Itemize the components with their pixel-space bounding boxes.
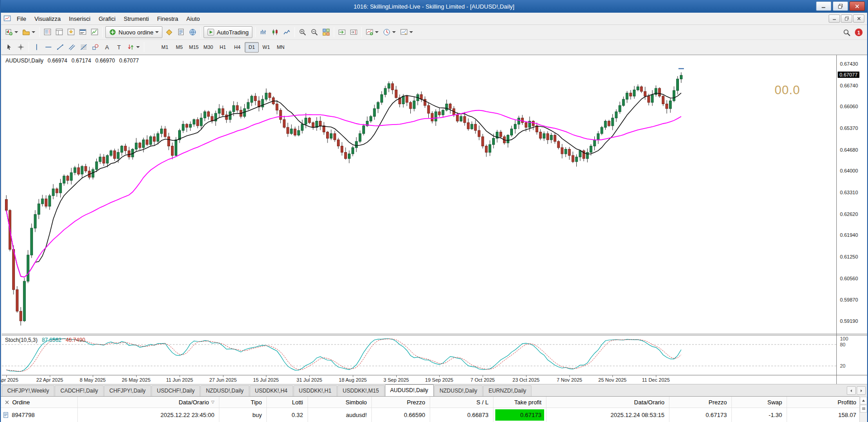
chart-minimize-button[interactable]	[829, 14, 840, 23]
timeframe-d1[interactable]: D1	[245, 42, 259, 53]
tab-usddkk-h1[interactable]: USDDKK!,H1	[294, 385, 337, 396]
data-window-button[interactable]	[53, 26, 65, 38]
hline-button[interactable]	[43, 41, 54, 53]
auto-scroll-button[interactable]	[336, 26, 348, 38]
menu-visualizza[interactable]: Visualizza	[30, 14, 65, 24]
price-scale[interactable]: 0.674300.667400.660600.653700.646800.640…	[836, 55, 867, 384]
menu-strumenti[interactable]: Strumenti	[120, 14, 153, 24]
timeframe-mn[interactable]: MN	[274, 42, 288, 53]
scroll-up-button[interactable]	[860, 397, 867, 404]
tab-nzdusd-daily[interactable]: NZDUSD!,Daily	[434, 385, 483, 396]
menu-aiuto[interactable]: Aiuto	[182, 14, 204, 24]
tile-windows-button[interactable]	[320, 26, 332, 38]
column-header-9[interactable]: Prezzo	[669, 397, 732, 408]
experts-button[interactable]	[175, 26, 187, 38]
label-button[interactable]: T	[113, 41, 125, 53]
community-button[interactable]	[187, 26, 199, 38]
menu-finestra[interactable]: Finestra	[153, 14, 182, 24]
column-header-7[interactable]: Take profit	[493, 397, 546, 408]
vline-button[interactable]	[31, 41, 43, 53]
fibonacci-button[interactable]	[78, 41, 90, 53]
dropdown-caret-icon[interactable]	[155, 31, 159, 35]
periods-button[interactable]	[381, 26, 398, 38]
arrows-button[interactable]	[125, 41, 142, 53]
indicators-button[interactable]	[364, 26, 381, 38]
column-header-1[interactable]: Data/Orario▽	[78, 397, 219, 408]
chart-candles-button[interactable]	[269, 26, 281, 38]
tab-eurnzd-daily[interactable]: EURNZD!,Daily	[483, 385, 531, 396]
navigator-button[interactable]	[65, 26, 77, 38]
tab-chfjpy-daily[interactable]: CHFJPY!,Daily	[104, 385, 151, 396]
scrollbar-grip[interactable]	[860, 405, 867, 412]
column-header-4[interactable]: Simbolo	[308, 397, 372, 408]
profiles-button[interactable]	[20, 26, 38, 38]
timeframe-m5[interactable]: M5	[172, 42, 186, 53]
zoom-out-button[interactable]	[308, 26, 320, 38]
market-watch-button[interactable]	[42, 26, 53, 38]
tab-usddkk-m15[interactable]: USDDKK!,M15	[337, 385, 384, 396]
minimize-button[interactable]	[816, 1, 831, 11]
new-order-button[interactable]: Nuovo ordine	[105, 26, 162, 38]
strategy-tester-button[interactable]	[89, 26, 100, 38]
menu-file[interactable]: File	[13, 14, 30, 24]
channel-button[interactable]	[66, 41, 78, 53]
column-header-0[interactable]: Ordine	[1, 397, 78, 408]
order-row[interactable]: 89477982025.12.22 23:45:00buy0.32audusd!…	[1, 408, 861, 422]
cursor-button[interactable]	[3, 41, 15, 53]
crosshair-button[interactable]	[15, 41, 27, 53]
dropdown-caret-icon[interactable]	[32, 31, 35, 35]
tab-usddkk-h4[interactable]: USDDKK!,H4	[250, 385, 293, 396]
tab-cadchf-daily[interactable]: CADCHF!,Daily	[55, 385, 103, 396]
new-chart-button[interactable]	[3, 26, 20, 38]
column-header-5[interactable]: Prezzo	[372, 397, 430, 408]
zoom-in-button[interactable]	[297, 26, 308, 38]
terminal-scrollbar[interactable]	[859, 396, 867, 422]
text-button[interactable]: A	[101, 41, 113, 53]
terminal-button[interactable]	[77, 26, 89, 38]
timeframe-h1[interactable]: H1	[216, 42, 230, 53]
dropdown-caret-icon[interactable]	[409, 31, 413, 35]
close-button[interactable]	[849, 1, 865, 11]
column-header-3[interactable]: Lotti	[267, 397, 308, 408]
tab-usdchf-daily[interactable]: USDCHF!,Daily	[152, 385, 200, 396]
tab-nzdusd-daily[interactable]: NZDUSD!,Daily	[200, 385, 249, 396]
chart-bars-button[interactable]	[257, 26, 269, 38]
dropdown-caret-icon[interactable]	[14, 31, 18, 35]
tab-audusd-daily[interactable]: AUDUSD!,Daily	[385, 384, 434, 396]
trendline-button[interactable]	[54, 41, 66, 53]
search-icon[interactable]	[843, 29, 850, 36]
chart-area[interactable]: AUDUSD!,Daily 0.66974 0.67174 0.66970 0.…	[2, 55, 836, 384]
dropdown-caret-icon[interactable]	[392, 31, 396, 35]
notification-badge[interactable]: 1	[855, 29, 863, 36]
tab-scroll-left-button[interactable]	[847, 386, 856, 395]
column-header-2[interactable]: Tipo	[219, 397, 267, 408]
column-header-8[interactable]: Data/Orario	[546, 397, 669, 408]
timeframe-m15[interactable]: M15	[187, 42, 201, 53]
dropdown-caret-icon[interactable]	[375, 31, 379, 35]
column-header-10[interactable]: Swap	[732, 397, 787, 408]
menu-inserisci[interactable]: Inserisci	[65, 14, 95, 24]
menu-grafici[interactable]: Grafici	[95, 14, 120, 24]
column-header-6[interactable]: S / L	[430, 397, 493, 408]
close-terminal-icon[interactable]	[5, 400, 9, 405]
tab-scroll-right-button[interactable]	[857, 386, 866, 395]
price-chart[interactable]	[2, 55, 836, 334]
timeframe-w1[interactable]: W1	[259, 42, 273, 53]
timeframe-h4[interactable]: H4	[230, 42, 244, 53]
stochastic-pane[interactable]	[2, 336, 836, 375]
metaeditor-button[interactable]	[163, 26, 175, 38]
shapes-button[interactable]	[90, 41, 101, 53]
column-header-11[interactable]: Profitto	[787, 397, 861, 408]
tab-chfjpy-weekly[interactable]: CHFJPY!,Weekly	[2, 385, 54, 396]
dropdown-caret-icon[interactable]	[136, 46, 140, 50]
chart-restore-button[interactable]	[841, 14, 852, 23]
templates-button[interactable]	[398, 26, 415, 38]
chart-line-button[interactable]	[281, 26, 293, 38]
chart-shift-button[interactable]	[348, 26, 360, 38]
timeframe-m1[interactable]: M1	[158, 42, 172, 53]
date-axis[interactable]: 4 Apr 202522 Apr 20258 May 202526 May 20…	[2, 375, 836, 384]
restore-button[interactable]	[833, 1, 848, 11]
timeframe-m30[interactable]: M30	[201, 42, 215, 53]
autotrading-button[interactable]: AutoTrading	[204, 26, 252, 38]
chart-close-button[interactable]	[853, 14, 864, 23]
